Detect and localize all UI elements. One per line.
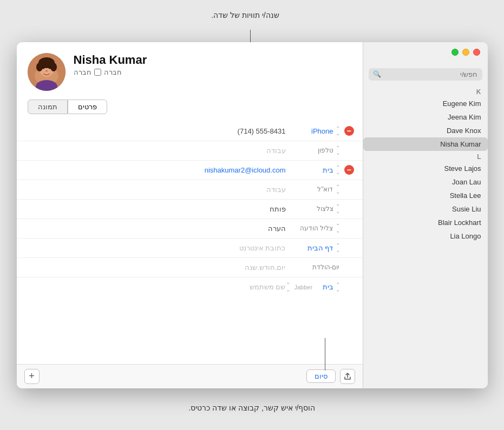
detail-panel: Nisha Kumar חברה חברה (17, 42, 363, 388)
list-panel: 🔍 K Eugene Kim Jeena Kim Dave Knox Nisha… (363, 42, 488, 388)
svg-point-7 (48, 66, 51, 69)
field-row-url: ⌃⌄ דף הבית כתובת אינטרנט (17, 239, 363, 258)
field-row-jabber: − ⌃⌄ בית Jabber ⌃⌄ שם משתמש (17, 277, 363, 297)
field-row-phone: − ⌃⌄ iPhone (714) 555-8431 (17, 122, 363, 141)
svg-point-8 (45, 70, 48, 71)
jabber-placeholder: שם משתמש (25, 283, 286, 291)
company-row: חברה חברה (74, 68, 147, 76)
section-k: K (363, 86, 488, 97)
contact-item[interactable]: Susie Liu (363, 202, 488, 216)
fields-area: − ⌃⌄ iPhone (714) 555-8431 ⌃⌄ טלפון עבוד… (17, 117, 363, 364)
phone-label-wrap: ⌃⌄ iPhone (286, 126, 340, 136)
done-button[interactable]: סיום (306, 369, 336, 383)
url-placeholder: כתובת אינטרנט (25, 244, 286, 252)
url-label-wrap: ⌃⌄ דף הבית (286, 243, 340, 253)
share-button[interactable] (340, 369, 355, 384)
email2-placeholder: עבודה (25, 186, 286, 194)
contact-item[interactable]: Jeena Kim (363, 110, 488, 124)
tooltip-line-bottom (325, 338, 325, 371)
jabber-label-wrap: ⌃⌄ בית Jabber ⌃⌄ (286, 282, 340, 292)
search-input[interactable] (384, 70, 478, 78)
svg-point-4 (36, 63, 43, 71)
contact-item[interactable]: Stella Lee (363, 189, 488, 202)
search-bar: 🔍 (363, 64, 488, 84)
email-label-wrap: ⌃⌄ בית (286, 165, 340, 175)
contacts-list: K Eugene Kim Jeena Kim Dave Knox Nisha K… (363, 84, 488, 388)
field-row-birthday: יום-הולדת יום.חודש.שנה (17, 258, 363, 277)
outer-wrapper: שנה/י תוויות של שדה. Nisha Kumar חברה חב… (0, 0, 504, 430)
birthday-placeholder: יום.חודש.שנה (25, 263, 286, 272)
company-checkbox[interactable] (94, 69, 101, 76)
url-type-label[interactable]: דף הבית (286, 244, 333, 252)
field-row-phone2: ⌃⌄ טלפון עבודה (17, 141, 363, 161)
email2-label-wrap: ⌃⌄ דוא"ל (286, 184, 340, 194)
email-arrows[interactable]: ⌃⌄ (336, 165, 340, 175)
tab-bar: פרטים תמונה (17, 96, 363, 117)
tab-details[interactable]: פרטים (68, 100, 107, 114)
email-value[interactable]: nishakumar2@icloud.com (25, 166, 286, 174)
ringtone-label-wrap: ⌃⌄ צלצול (286, 204, 340, 214)
phone2-type-label[interactable]: טלפון (318, 147, 333, 154)
tone-label: צליל הודעה (300, 224, 333, 232)
contact-header: Nisha Kumar חברה חברה (17, 42, 363, 96)
tooltip-bottom: הוסף/י איש קשר, קבוצה או שדה כרטיס. (188, 402, 315, 414)
contact-item[interactable]: Blair Lockhart (363, 216, 488, 229)
contact-item[interactable]: Lia Longo (363, 229, 488, 243)
phone-arrows[interactable]: ⌃⌄ (336, 126, 340, 136)
tab-photo[interactable]: תמונה (28, 100, 68, 114)
url-arrows[interactable]: ⌃⌄ (336, 243, 340, 253)
window-chrome (451, 49, 480, 56)
main-window: Nisha Kumar חברה חברה (17, 42, 488, 388)
phone-type-label[interactable]: iPhone (286, 127, 333, 135)
tone-value[interactable]: הערה (25, 224, 286, 233)
contact-item[interactable]: Eugene Kim (363, 97, 488, 110)
email2-type-label[interactable]: דוא"ל (317, 186, 333, 193)
tone-arrows[interactable]: ⌃⌄ (336, 223, 340, 233)
remove-phone-button[interactable]: − (344, 126, 354, 136)
contact-item[interactable]: Dave Knox (363, 124, 488, 137)
jabber-service: Jabber (294, 284, 313, 290)
contact-name: Nisha Kumar (74, 53, 147, 67)
ringtone-label: צלצול (317, 205, 333, 213)
company-label2: חברה (74, 68, 91, 76)
toolbar-left: סיום (306, 369, 355, 384)
contact-item[interactable]: Joan Lau (363, 175, 488, 189)
search-icon: 🔍 (373, 70, 381, 78)
email-type-label[interactable]: בית (286, 166, 333, 174)
company-label: חברה (104, 68, 122, 76)
field-row-email: − ⌃⌄ בית nishakumar2@icloud.com (17, 161, 363, 180)
phone2-label-wrap: ⌃⌄ טלפון (286, 145, 340, 155)
traffic-light-green[interactable] (451, 49, 459, 56)
phone2-arrows[interactable]: ⌃⌄ (336, 145, 340, 155)
add-field-button[interactable]: + (24, 369, 40, 384)
tone-label-wrap: ⌃⌄ צליל הודעה (286, 223, 340, 233)
search-input-wrap: 🔍 (369, 68, 482, 81)
traffic-light-yellow[interactable] (462, 49, 469, 56)
remove-email-button[interactable]: − (344, 165, 354, 175)
svg-point-6 (42, 66, 44, 69)
field-row-email2: ⌃⌄ דוא"ל עבודה (17, 180, 363, 200)
tooltip-top: שנה/י תוויות של שדה. (211, 11, 279, 19)
jabber-type-label[interactable]: בית (317, 283, 333, 291)
traffic-light-red[interactable] (473, 49, 480, 56)
ringtone-arrows[interactable]: ⌃⌄ (336, 204, 340, 214)
field-row-ringtone: ⌃⌄ צלצול פותח (17, 200, 363, 219)
ringtone-value[interactable]: פותח (25, 205, 286, 213)
contact-name-area: Nisha Kumar חברה חברה (74, 53, 147, 76)
birthday-label-wrap: יום-הולדת (286, 263, 340, 271)
jabber-arrows1[interactable]: ⌃⌄ (336, 282, 340, 292)
phone2-value: עבודה (25, 147, 286, 155)
phone-value[interactable]: (714) 555-8431 (25, 127, 286, 135)
email2-arrows[interactable]: ⌃⌄ (336, 184, 340, 194)
field-row-tone: ⌃⌄ צליל הודעה הערה (17, 219, 363, 239)
detail-toolbar: סיום + (17, 364, 363, 388)
svg-point-5 (50, 63, 57, 71)
contact-item[interactable]: Steve Lajos (363, 162, 488, 175)
avatar (28, 53, 66, 91)
contact-item-selected[interactable]: Nisha Kumar (363, 137, 488, 151)
birthday-label: יום-הולדת (312, 263, 340, 271)
jabber-arrows2[interactable]: ⌃⌄ (286, 282, 290, 292)
section-l: L (363, 151, 488, 162)
